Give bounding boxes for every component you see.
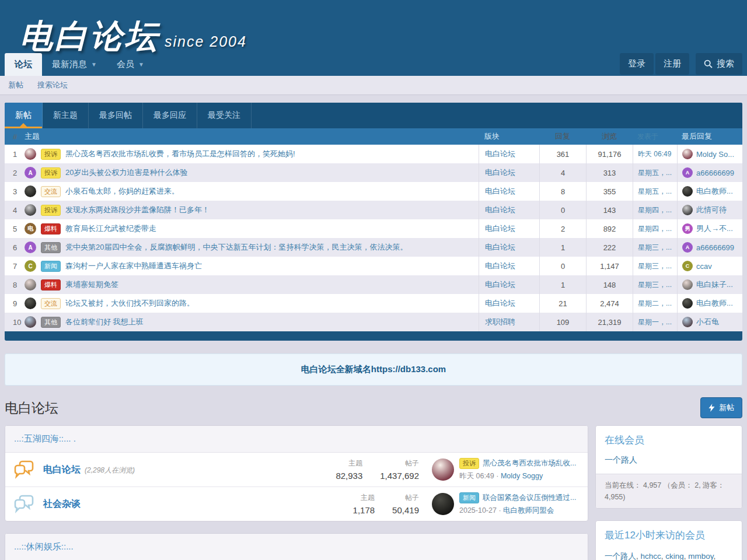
topic-title-link[interactable]: 发现水东两处路段沙井盖像陷阱！已多年！ [65,205,210,215]
forum-name-link[interactable]: 电白论坛 [43,464,81,476]
online-member-link[interactable]: 一个路人 [605,455,637,464]
user-avatar[interactable]: 男 [682,223,693,234]
last-reply-user[interactable]: 电白妹子... [696,279,733,290]
topic-title-link[interactable]: 森沟村一户人家在家中熟睡遭遇车祸身亡 [65,261,202,271]
user-avatar[interactable]: C [682,261,693,271]
topic-badge: 其他 [41,317,61,328]
latest-post-lines: 投诉黑心茂名粤西农批市场乱收...昨天 06:49 · Moldy Soggy [459,458,576,481]
register-button[interactable]: 注册 [655,53,689,75]
topic-badge: 交流 [41,186,61,197]
login-button[interactable]: 登录 [620,53,654,75]
topic-title-link[interactable]: 黑心茂名粤西农批市场乱收费，看市场员工是怎样回答的，笑死她妈! [65,149,295,159]
forum-link[interactable]: 电白论坛 [485,279,515,290]
last-reply-user[interactable]: Moldy So... [696,150,734,159]
subnav-new-posts-link[interactable]: 新帖 [8,80,23,90]
topic-title-link[interactable]: 论坛又被封，大伙们找不到回家的路。 [65,298,194,309]
topic-title-link[interactable]: 20岁出头被公权力迫害是种什么体验 [65,167,187,178]
user-avatar[interactable] [682,317,693,327]
topic-index: 9 [5,299,25,308]
forum-link[interactable]: 电白论坛 [485,223,515,234]
forum-cell: 电白论坛 [479,145,539,163]
topic-title-link[interactable]: 教育局长江允武被纪委带走 [65,223,156,234]
topic-row: 8爆料柬埔寨短期免签电白论坛1148星期三，...电白妹子... [5,275,742,294]
topic-cell: 其他各位前辈们好 我想上班 [25,316,479,328]
tab-most-replies[interactable]: 最多回帖 [89,103,143,128]
user-avatar[interactable] [25,298,36,309]
forum-link[interactable]: 电白论坛 [485,242,515,253]
latest-post-title-line: 投诉黑心茂名粤西农批市场乱收... [459,458,576,469]
last-reply-cell: 此情可待 [677,201,742,219]
topic-index: 6 [5,243,25,252]
category-title[interactable]: ...::休闲娱乐::... [5,534,588,560]
topic-cell: A其他党中央第20届四中全会，反腐旗帜鲜明，中央下达新五年计划：坚持科学决策，民… [25,242,479,253]
user-avatar[interactable] [25,148,36,160]
topic-row: 4投诉发现水东两处路段沙井盖像陷阱！已多年！电白论坛0143星期四，...此情可… [5,201,742,219]
topic-title-link[interactable]: 小泉石龟太郎，你妈的赶紧进来。 [65,186,179,197]
search-button[interactable]: 搜索 [696,53,742,75]
new-post-button[interactable]: 新帖 [700,397,742,418]
nav-tab-latest-news[interactable]: 最新消息▼ [42,53,107,76]
user-avatar[interactable]: 电 [25,223,36,235]
visitor-link[interactable]: cking [665,552,684,560]
user-avatar[interactable] [432,459,454,481]
site-logo[interactable]: 电白论坛 [20,20,160,52]
user-avatar[interactable] [682,298,693,309]
forum-link[interactable]: 电白论坛 [485,205,515,215]
forum-link[interactable]: 求职招聘 [485,317,515,327]
forum-link[interactable]: 电白论坛 [485,149,515,159]
last-reply-user[interactable]: 此情可待 [696,205,727,215]
forum-link[interactable]: 电白论坛 [485,261,515,271]
search-icon [704,60,713,68]
tab-new-threads[interactable]: 新主题 [43,103,89,128]
visitor-link[interactable]: 一个路人 [605,552,636,560]
user-avatar[interactable]: A [25,242,36,253]
user-avatar[interactable] [682,149,693,159]
reply-count: 0 [539,201,586,219]
user-avatar[interactable]: A [682,167,693,178]
category-title[interactable]: ...:五湖四海::... . [5,426,588,453]
last-reply-user[interactable]: 男人→不... [696,223,733,234]
nav-tab-forum[interactable]: 论坛 [5,53,42,76]
tab-new-posts[interactable]: 新帖 [5,103,43,128]
user-avatar[interactable]: A [682,242,693,253]
last-reply-user[interactable]: a66666699 [696,243,734,252]
forum-cell: 电白论坛 [479,163,539,182]
last-reply-user[interactable]: ccav [696,262,712,271]
announcement-link[interactable]: 电白论坛全新域名https://db133.com [301,364,446,374]
topic-row: 2A投诉20岁出头被公权力迫害是种什么体验电白论坛4313星期五，...Aa66… [5,163,742,182]
visitor-link[interactable]: hchcc [641,552,661,560]
forum-link[interactable]: 电白论坛 [485,186,515,197]
forum-link[interactable]: 电白论坛 [485,167,515,178]
view-count: 1,147 [586,257,633,275]
latest-post-title-link[interactable]: 联合国紧急会议压倒性通过... [483,493,576,503]
topic-title-link[interactable]: 柬埔寨短期免签 [65,279,118,290]
forum-link[interactable]: 电白论坛 [485,298,515,309]
latest-post-user-link[interactable]: 电白教师同盟会 [503,506,554,514]
last-reply-user[interactable]: 电白教师... [696,186,733,197]
visitor-link[interactable]: mmboy [688,552,713,560]
user-avatar[interactable]: C [25,260,36,272]
user-avatar[interactable]: A [25,167,36,178]
topic-badge: 投诉 [459,458,479,469]
user-avatar[interactable] [432,493,454,515]
user-avatar[interactable] [25,316,36,328]
last-reply-user[interactable]: 电白教师... [696,298,733,309]
topics-table-body: 1投诉黑心茂名粤西农批市场乱收费，看市场员工是怎样回答的，笑死她妈!电白论坛36… [5,145,742,331]
tab-most-reactions[interactable]: 最多回应 [143,103,197,128]
latest-post-user-link[interactable]: Moldy Soggy [501,472,543,480]
user-avatar[interactable] [25,186,36,197]
forum-name-link[interactable]: 社会杂谈 [43,498,81,510]
latest-post-title-link[interactable]: 黑心茂名粤西农批市场乱收... [483,459,576,468]
user-avatar[interactable] [682,205,693,215]
user-avatar[interactable] [682,279,693,290]
nav-tab-members[interactable]: 会员▼ [107,53,154,76]
topic-title-link[interactable]: 各位前辈们好 我想上班 [65,317,144,327]
last-reply-user[interactable]: a66666699 [696,169,734,177]
subnav-search-forum-link[interactable]: 搜索论坛 [37,80,68,90]
tab-most-followed[interactable]: 最受关注 [197,103,252,128]
last-reply-user[interactable]: 小石龟 [696,317,719,327]
user-avatar[interactable] [682,186,693,197]
user-avatar[interactable] [25,279,36,290]
topic-title-link[interactable]: 党中央第20届四中全会，反腐旗帜鲜明，中央下达新五年计划：坚持科学决策，民主决策… [65,242,407,253]
user-avatar[interactable] [25,204,36,216]
